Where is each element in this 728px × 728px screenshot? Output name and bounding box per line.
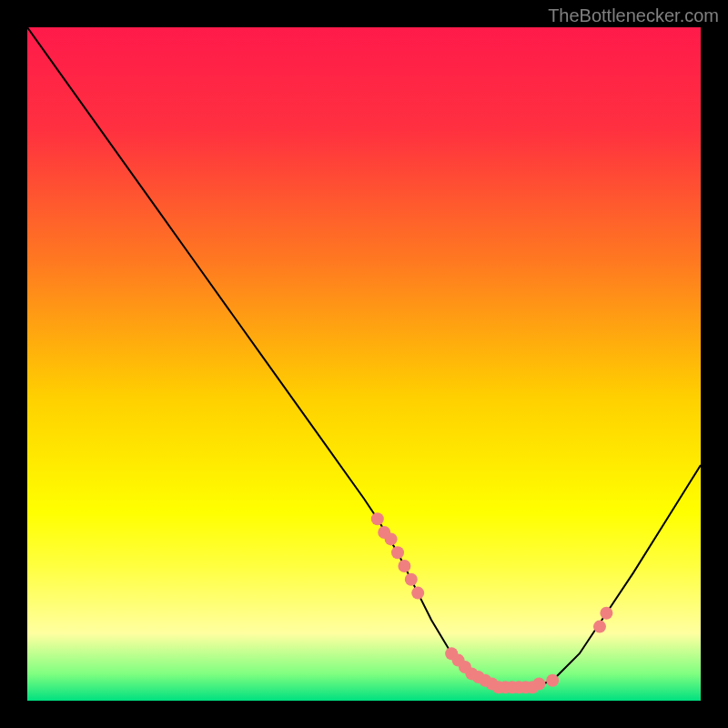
data-markers — [371, 512, 613, 693]
data-marker — [546, 674, 559, 687]
data-marker — [385, 532, 398, 545]
watermark-text: TheBottlenecker.com — [548, 5, 719, 26]
data-marker — [411, 587, 424, 600]
data-marker — [532, 678, 545, 691]
chart-container — [27, 27, 701, 701]
data-marker — [600, 607, 612, 620]
data-marker — [371, 512, 384, 525]
data-marker — [391, 546, 404, 559]
data-marker — [405, 573, 418, 586]
curve-layer — [27, 27, 701, 701]
bottleneck-curve — [27, 27, 701, 687]
data-marker — [593, 621, 606, 633]
data-marker — [398, 560, 410, 572]
